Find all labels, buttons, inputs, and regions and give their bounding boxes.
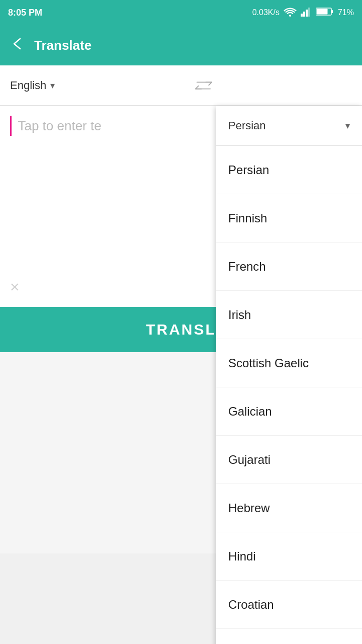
signal-icon — [301, 7, 312, 19]
app-bar: Translate — [0, 25, 362, 65]
dropdown-item[interactable]: Scottish Gaelic — [216, 339, 362, 387]
source-language-text: English — [10, 79, 46, 92]
network-speed: 0.03K/s — [252, 8, 280, 17]
status-time: 8:05 PM — [8, 8, 42, 18]
dropdown-item[interactable]: Croatian — [216, 581, 362, 629]
wifi-icon — [284, 7, 297, 19]
svg-point-0 — [289, 15, 291, 17]
dropdown-item[interactable]: Galician — [216, 387, 362, 436]
swap-button[interactable] — [193, 78, 215, 93]
dropdown-selected-lang: Persian — [228, 119, 266, 132]
dropdown-item[interactable]: Hindi — [216, 532, 362, 581]
app-title: Translate — [34, 38, 92, 53]
svg-rect-7 — [316, 9, 327, 15]
svg-rect-3 — [306, 10, 308, 17]
dropdown-list: PersianFinnishFrenchIrishScottish Gaelic… — [216, 146, 362, 644]
dropdown-item[interactable]: Hebrew — [216, 484, 362, 532]
main-content: English ▾ Tap to enter te × — [0, 65, 362, 553]
svg-rect-2 — [303, 12, 305, 17]
svg-rect-4 — [308, 8, 310, 17]
clear-button[interactable]: × — [10, 278, 20, 296]
battery-icon — [316, 7, 334, 18]
text-input-placeholder: Tap to enter te — [18, 118, 101, 133]
back-button[interactable] — [10, 37, 24, 54]
lang-selector-row: English ▾ — [0, 65, 362, 106]
svg-rect-6 — [331, 10, 333, 13]
dropdown-item[interactable]: Gujarati — [216, 436, 362, 484]
dropdown-header-arrow-icon: ▾ — [345, 120, 350, 131]
dropdown-item[interactable]: Irish — [216, 291, 362, 339]
dropdown-item[interactable]: Haitian — [216, 629, 362, 644]
text-cursor — [10, 116, 12, 136]
dropdown-item[interactable]: Persian — [216, 146, 362, 194]
status-right: 0.03K/s 71% — [252, 7, 354, 19]
battery-percent: 71% — [338, 8, 354, 17]
dropdown-item[interactable]: Finnish — [216, 194, 362, 243]
source-lang-dropdown-arrow: ▾ — [50, 80, 55, 91]
source-language-selector[interactable]: English ▾ — [10, 79, 55, 92]
translate-button-text: TRANSL — [146, 321, 216, 338]
dropdown-header[interactable]: Persian ▾ — [216, 106, 362, 146]
dropdown-item[interactable]: French — [216, 243, 362, 291]
status-bar: 8:05 PM 0.03K/s — [0, 0, 362, 25]
svg-rect-1 — [301, 14, 303, 17]
target-language-dropdown: Persian ▾ PersianFinnishFrenchIrishScott… — [216, 106, 362, 644]
